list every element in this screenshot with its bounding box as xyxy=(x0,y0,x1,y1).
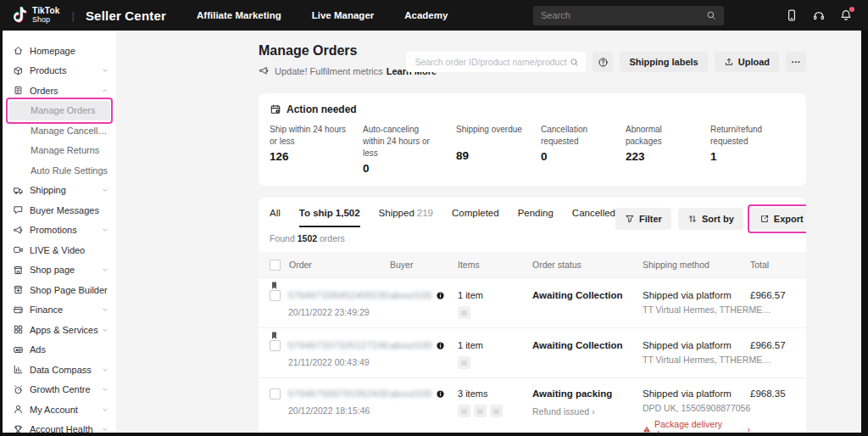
sidebar-item-manage-orders[interactable]: Manage Orders xyxy=(8,101,110,121)
chevron-down-icon xyxy=(101,186,109,194)
row-checkbox[interactable] xyxy=(270,340,281,351)
row-checkbox[interactable] xyxy=(270,388,281,400)
mobile-app-icon[interactable] xyxy=(785,8,798,22)
sidebar-item-homepage[interactable]: Homepage xyxy=(3,41,116,61)
sidebar-item-account-health[interactable]: Account Health xyxy=(3,420,116,433)
sidebar-item-manage-returns[interactable]: Manage Returns xyxy=(3,141,116,161)
tab-pending[interactable]: Pending xyxy=(518,208,554,227)
search-icon[interactable] xyxy=(570,58,579,67)
row-checkbox[interactable] xyxy=(270,290,281,301)
shipping-labels-button[interactable]: Shipping labels xyxy=(620,52,707,72)
header-controls: Shipping labels Upload ··· xyxy=(406,52,806,72)
sidebar-item-finance[interactable]: Finance xyxy=(3,300,116,321)
more-dots-icon: ··· xyxy=(792,57,801,67)
table-row: 576467336452409230 20/11/2022 23:49:29 a… xyxy=(259,277,806,327)
bookmark-icon[interactable] xyxy=(270,331,279,340)
global-search[interactable] xyxy=(533,6,724,25)
order-id-blurred: 576467337326127246 xyxy=(288,340,389,350)
sidebar-item-ads[interactable]: Ads xyxy=(3,340,116,361)
product-thumbnail[interactable] xyxy=(458,405,470,417)
orders-card: All To ship1,502 Shipped219 Completed xyxy=(259,198,806,433)
truck-icon xyxy=(13,185,24,196)
upload-icon xyxy=(724,57,734,67)
sidebar-item-data-compass[interactable]: Data Compass xyxy=(3,360,116,380)
topbar-icons xyxy=(785,8,856,22)
stat-return-refund-requested[interactable]: Return/refund requested 1 xyxy=(710,124,795,175)
shipping-carrier: DPD UK, 15505908877056 xyxy=(643,403,750,413)
global-search-input[interactable] xyxy=(541,10,706,20)
notifications[interactable] xyxy=(839,8,853,22)
sidebar-item-shop-page-builder[interactable]: Shop Page Builder xyxy=(3,280,116,300)
video-icon xyxy=(13,244,24,255)
sidebar-item-orders[interactable]: Orders xyxy=(3,81,116,101)
orders-icon xyxy=(13,85,24,96)
sidebar-item-promotions[interactable]: Promotions xyxy=(3,221,116,241)
info-icon[interactable] xyxy=(436,291,445,300)
sidebar-item-auto-rule-settings[interactable]: Auto Rule Settings xyxy=(3,160,116,181)
info-icon[interactable] xyxy=(436,389,445,399)
export-button[interactable]: Export xyxy=(750,208,806,230)
chevron-down-icon xyxy=(101,385,109,394)
nav-academy[interactable]: Academy xyxy=(404,10,448,20)
tab-cancelled[interactable]: Cancelled xyxy=(572,208,615,227)
sidebar-item-shipping[interactable]: Shipping xyxy=(3,181,116,201)
select-all-checkbox[interactable] xyxy=(270,260,281,271)
sidebar-item-apps-services[interactable]: Apps & Services xyxy=(3,320,116,340)
upload-button[interactable]: Upload xyxy=(715,52,779,72)
page-body: Homepage Products Orders Manage Orders M… xyxy=(3,31,861,433)
stat-abnormal-packages[interactable]: Abnormal packages 223 xyxy=(626,124,710,175)
stat-cancellation-requested[interactable]: Cancellation requested 0 xyxy=(541,124,626,175)
header-more-button[interactable]: ··· xyxy=(786,52,806,72)
stat-ship-within-24h[interactable]: Ship within 24 hours or less 126 xyxy=(270,124,363,175)
card-icon xyxy=(13,305,24,316)
order-date: 20/11/2022 23:49:29 xyxy=(288,307,389,317)
chevron-down-icon xyxy=(101,366,109,374)
sort-by-button[interactable]: Sort by xyxy=(678,208,743,230)
sidebar-item-live-video[interactable]: LIVE & Video xyxy=(3,240,116,260)
product-thumbnail[interactable] xyxy=(490,405,503,417)
stat-shipping-overdue[interactable]: Shipping overdue 89 xyxy=(456,124,541,175)
tiktok-shop-logo[interactable]: TikTok Shop xyxy=(12,6,60,25)
filter-button[interactable]: Filter xyxy=(615,208,671,230)
order-date: 20/12/2022 18:15:46 xyxy=(288,405,389,416)
sidebar-item-my-account[interactable]: My Account xyxy=(3,400,116,420)
search-icon[interactable] xyxy=(706,10,716,20)
items-count: 1 item xyxy=(458,290,532,300)
sidebar-item-buyer-messages[interactable]: Buyer Messages xyxy=(3,200,116,221)
tab-shipped[interactable]: Shipped219 xyxy=(379,208,433,227)
sidebar-item-growth-centre[interactable]: Growth Centre xyxy=(3,380,116,400)
order-search[interactable] xyxy=(406,52,586,72)
megaphone-icon xyxy=(13,225,24,236)
products-icon xyxy=(13,65,24,76)
sidebar-item-manage-cancellations[interactable]: Manage Cancellations xyxy=(3,120,116,141)
nav-live-manager[interactable]: Live Manager xyxy=(312,10,375,20)
product-thumbnail[interactable] xyxy=(474,405,487,417)
notification-badge xyxy=(849,7,854,12)
support-headset-icon[interactable] xyxy=(812,8,826,22)
product-name[interactable]: Seller Center xyxy=(86,8,166,23)
tab-completed[interactable]: Completed xyxy=(452,208,499,227)
product-thumbnail[interactable] xyxy=(458,356,470,369)
tab-to-ship[interactable]: To ship1,502 xyxy=(299,208,360,227)
info-icon[interactable] xyxy=(436,341,445,350)
package-delivery-warning-link[interactable]: Package delivery de… xyxy=(643,419,750,433)
tab-all[interactable]: All xyxy=(270,208,281,227)
order-search-input[interactable] xyxy=(415,57,570,67)
chevron-down-icon xyxy=(101,66,109,75)
order-total: £966.57 xyxy=(750,290,795,300)
help-button[interactable] xyxy=(593,52,613,72)
main-content: Manage Orders Update! Fulfilment metrics… xyxy=(116,31,861,433)
sidebar-item-products[interactable]: Products xyxy=(3,61,116,81)
home-icon xyxy=(13,45,24,56)
product-thumbnail[interactable] xyxy=(458,306,470,319)
stat-auto-canceling[interactable]: Auto-canceling within 24 hours or less 0 xyxy=(363,124,456,175)
nav-affiliate-marketing[interactable]: Affiliate Marketing xyxy=(197,10,281,20)
order-total: £968.35 xyxy=(750,388,795,399)
chevron-down-icon xyxy=(101,326,109,334)
refund-issued-link[interactable]: Refund issued xyxy=(532,406,643,416)
topbar-nav: Affiliate Marketing Live Manager Academy xyxy=(166,10,448,20)
bookmark-icon[interactable] xyxy=(270,281,279,290)
sidebar-item-shop-page[interactable]: Shop page xyxy=(3,260,116,281)
chat-icon xyxy=(13,204,24,215)
shipping-carrier: TT Virtual Hermes, TTHERME… xyxy=(643,355,750,365)
